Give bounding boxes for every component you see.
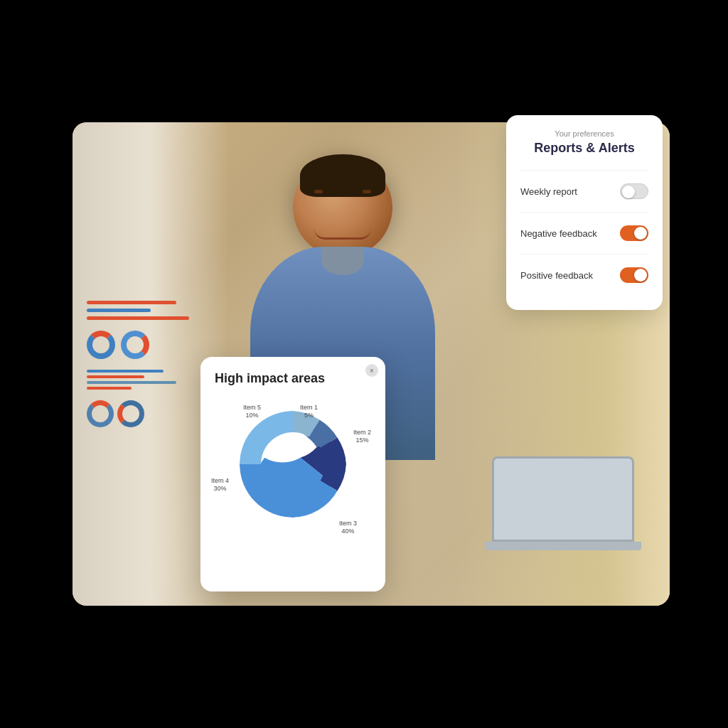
chart-title: High impact areas [215, 371, 371, 386]
donut-label-item5: Item 5 10% [243, 404, 261, 419]
divider-2 [520, 212, 648, 213]
chart-card: × High impact areas [200, 357, 385, 592]
laptop [492, 456, 634, 549]
person-head [293, 158, 392, 257]
pref-label-positive-feedback: Positive feedback [520, 270, 593, 281]
positive-feedback-toggle[interactable] [620, 267, 648, 283]
weekly-report-toggle[interactable] [620, 183, 648, 199]
donut-label-item1: Item 1 5% [300, 404, 318, 419]
scene: × High impact areas [44, 80, 684, 648]
pref-label-negative-feedback: Negative feedback [520, 228, 597, 239]
weekly-report-toggle-knob [622, 186, 635, 198]
pref-row-negative-feedback: Negative feedback [520, 225, 648, 241]
pref-label-weekly-report: Weekly report [520, 186, 577, 197]
donut-chart: Item 5 10% Item 1 5% Item 2 15% Item 3 4… [222, 393, 364, 535]
prefs-title: Reports & Alerts [520, 141, 648, 156]
positive-feedback-toggle-knob [634, 269, 647, 282]
negative-feedback-toggle-knob [634, 227, 647, 240]
divider-3 [520, 254, 648, 255]
donut-label-item2: Item 2 15% [353, 429, 371, 444]
negative-feedback-toggle[interactable] [620, 225, 648, 241]
prefs-subtitle: Your preferences [520, 129, 648, 138]
chart-close-button[interactable]: × [365, 364, 378, 377]
divider-1 [520, 170, 648, 171]
donut-label-item3: Item 3 40% [339, 520, 357, 535]
pref-row-weekly-report: Weekly report [520, 183, 648, 199]
preferences-card: Your preferences Reports & Alerts Weekly… [506, 115, 663, 310]
pref-row-positive-feedback: Positive feedback [520, 267, 648, 283]
donut-label-item4: Item 4 30% [211, 477, 229, 493]
